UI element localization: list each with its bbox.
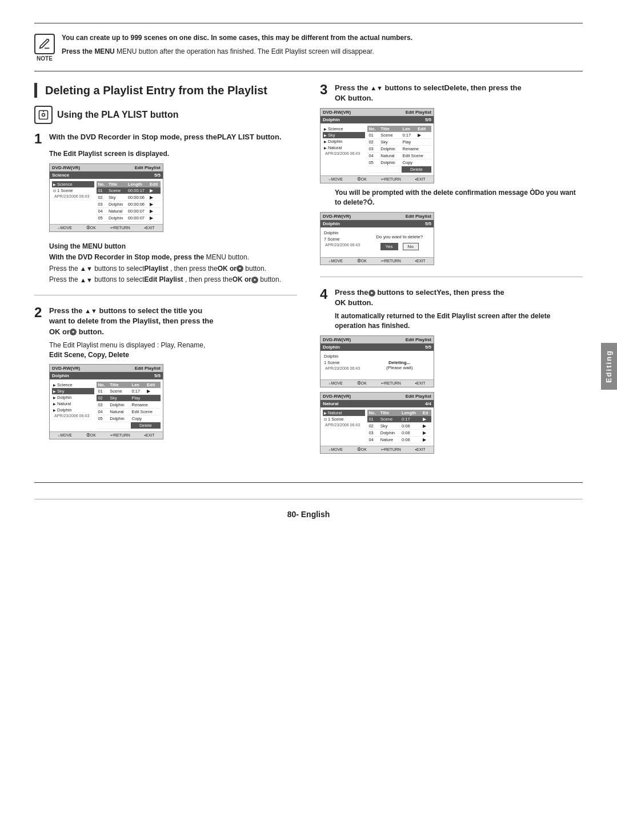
step-1: 1 With the DVD Recorder in Stop mode, pr…	[34, 132, 297, 232]
screen-step4b-body: ▶Natural ⊡1 Scene APR/23/2006 06:43 No.T…	[320, 407, 434, 446]
dialog-buttons: Yes No	[372, 243, 427, 250]
section-divider-1	[34, 295, 297, 295]
screen-dialog-date: APR/23/2006 06:43	[323, 242, 365, 247]
deleting-message: Deleting... (Please wait)	[367, 353, 431, 377]
yes-button[interactable]: Yes	[380, 243, 398, 250]
screen-step1-title: Science 5/5	[50, 171, 163, 179]
screen-step4b-date: APR/23/2006 06:43	[323, 422, 365, 427]
list-item: ▶Science	[323, 126, 365, 132]
list-item: ▶Natural	[323, 145, 365, 151]
screen-step2-left: ▶Science ▶Sky ▶Dolphin ▶Natural ▶Dolphin…	[52, 382, 94, 429]
screen-step2: DVD-RW(VR) Edit Playlist Dolphin 5/5 ▶Sc…	[49, 364, 163, 439]
screen-step1-header: DVD-RW(VR) Edit Playlist	[50, 164, 163, 171]
screen-step4a-right: Deleting... (Please wait)	[367, 353, 431, 377]
note-label: NOTE	[34, 55, 55, 62]
list-item: ⊡ 1 Scene	[52, 187, 94, 194]
menu-section-title: Using the MENU button	[49, 242, 297, 250]
step-2-desc: The Edit Playlist menu is displayed : Pl…	[49, 341, 297, 360]
screen-step4b-left: ▶Natural ⊡1 Scene APR/23/2006 06:43	[323, 410, 365, 443]
step-1-desc: The Edit Playlist screen is displayed.	[49, 149, 297, 159]
list-item: ▶Sky	[52, 388, 94, 394]
screen-step4a-header: DVD-RW(VR) Edit Playlist	[320, 336, 434, 343]
screen-step4a-left: Dolphin 1 Scene APR/23/2006 06:43	[323, 353, 365, 377]
top-divider	[34, 23, 583, 23]
step-3-title: Press the ▲▼ buttons to selectDelete, th…	[335, 83, 522, 103]
screen-step4a: DVD-RW(VR) Edit Playlist Dolphin 5/5 Dol…	[320, 335, 434, 387]
svg-point-1	[42, 114, 45, 117]
screen-dialog-title: Dolphin 5/5	[320, 220, 434, 227]
step-4-title: Press the● buttons to selectYes, then pr…	[335, 287, 504, 308]
screen-step2-footer: ⬦MOVE⦿OK↩RETURN▪EXIT	[50, 431, 163, 439]
step-4-desc: It automatically returned to the Edit Pl…	[335, 311, 583, 331]
screen-step2-header: DVD-RW(VR) Edit Playlist	[50, 365, 163, 372]
screen-step2-title: Dolphin 5/5	[50, 372, 163, 379]
screen-step1-table: No.TitleLengthEdit 01Scene00:00:17▶ 02Sk…	[97, 181, 161, 222]
screen-dialog-right: Do you want to delete? Yes No	[367, 230, 431, 255]
step-1-number: 1	[34, 132, 45, 146]
list-item: 7 Scene	[323, 236, 365, 242]
no-button[interactable]: No	[403, 243, 419, 250]
menu-item-row-3: Press the ▲▼ buttons to selectEdit Playl…	[49, 275, 297, 285]
note-box: NOTE You can create up to 999 scenes on …	[34, 33, 583, 71]
dialog-content: Do you want to delete? Yes No	[367, 230, 431, 255]
screen-step3-right: No.TitleLenEdit 01Scene0:17▶ 02SkyPlay 0…	[367, 126, 431, 173]
playlist-icon	[34, 106, 53, 124]
screen-step3-table: No.TitleLenEdit 01Scene0:17▶ 02SkyPlay 0…	[367, 126, 431, 173]
step-2-header: 2 Press the ▲▼ buttons to select the tit…	[34, 306, 297, 337]
screen-step1-left: ▶ Science ⊡ 1 Scene APR/23/2006 06:43	[52, 181, 94, 222]
list-item: ▶ Science	[52, 181, 94, 187]
screen-dialog-header: DVD-RW(VR) Edit Playlist	[320, 213, 434, 220]
step-4: 4 Press the● buttons to selectYes, then …	[320, 287, 583, 454]
screen-step4a-body: Dolphin 1 Scene APR/23/2006 06:43 Deleti…	[320, 351, 434, 379]
screen-step4a-date: APR/23/2006 06:43	[323, 366, 365, 371]
screen-step2-date: APR/23/2006 06:43	[52, 413, 94, 418]
screen-step1-footer: ⬦MOVE⦿OK↩RETURN▪EXIT	[50, 224, 163, 231]
list-item: ▶Science	[52, 382, 94, 388]
screen-step3-footer: ⬦MOVE⦿OK↩RETURN▪EXIT	[320, 175, 434, 183]
note-line2-text: MENU button after the operation has fini…	[117, 47, 374, 55]
page-container: Editing NOTE You can create up to 999 sc…	[0, 0, 617, 840]
screen-step4b-table: No.TitleLengthEd 01Scene0:17▶ 02Sky0:06▶…	[367, 410, 431, 443]
screen-step3-left: ▶Science ▶Sky ▶Dolphin ▶Natural APR/23/2…	[323, 126, 365, 173]
step-4-number: 4	[320, 287, 330, 301]
screen-step4b: DVD-RW(VR) Edit Playlist Natural 4/4 ▶Na…	[320, 392, 434, 454]
section-heading: Deleting a Playlist Entry from the Playl…	[34, 83, 297, 98]
menu-section: Using the MENU button With the DVD Recor…	[49, 242, 297, 285]
note-line2-prefix: Press the	[62, 47, 93, 55]
note-icon	[34, 34, 55, 54]
sub-heading-text: Using the PLA YLIST button	[57, 110, 178, 120]
step-3-info: You will be prompted with the delete con…	[335, 188, 583, 207]
step-2: 2 Press the ▲▼ buttons to select the tit…	[34, 306, 297, 439]
menu-item-row-2: Press the ▲▼ buttons to selectPlaylist ,…	[49, 264, 297, 274]
step-4-header: 4 Press the● buttons to selectYes, then …	[320, 287, 583, 308]
list-item: Dolphin	[323, 353, 365, 359]
bottom-divider	[34, 499, 583, 499]
list-item: ▶Dolphin	[323, 138, 365, 145]
step-3-number: 3	[320, 83, 330, 97]
screen-dialog-body: Dolphin 7 Scene APR/23/2006 06:43 Do you…	[320, 227, 434, 257]
screen-step3: DVD-RW(VR) Edit Playlist Dolphin 5/5 ▶Sc…	[320, 108, 434, 183]
list-item: ▶Dolphin	[52, 394, 94, 401]
page-number: 80- English	[287, 510, 330, 519]
screen-step1-body: ▶ Science ⊡ 1 Scene APR/23/2006 06:43	[50, 179, 163, 224]
bottom-bar: 80- English	[34, 482, 583, 519]
list-item: ⊡1 Scene	[323, 416, 365, 422]
sub-heading: Using the PLA YLIST button	[34, 106, 297, 124]
screen-dialog-footer: ⬦MOVE⦿OK↩RETURN▪EXIT	[320, 257, 434, 265]
step-1-title: With the DVD Recorder in Stop mode, pres…	[49, 132, 282, 142]
note-content: You can create up to 999 scenes on one d…	[62, 33, 412, 60]
screen-step4b-footer: ⬦MOVE⦿OK↩RETURN▪EXIT	[320, 446, 434, 453]
side-tab: Editing	[601, 343, 617, 390]
section-divider-2	[320, 277, 583, 277]
screen-step1-date: APR/23/2006 06:43	[52, 194, 94, 199]
step-1-header: 1 With the DVD Recorder in Stop mode, pr…	[34, 132, 297, 146]
list-item: ▶Sky	[323, 132, 365, 138]
screen-step2-right: No.TitleLenEdit 01Scene0:17▶ 02SkyPlay 0…	[97, 382, 161, 429]
note-line1: You can create up to 999 scenes on one d…	[62, 34, 412, 42]
screen-step3-dialog: DVD-RW(VR) Edit Playlist Dolphin 5/5 Dol…	[320, 212, 434, 265]
screen-step1-right: No.TitleLengthEdit 01Scene00:00:17▶ 02Sk…	[97, 181, 161, 222]
list-item: ▶Dolphin	[52, 407, 94, 413]
screen-step3-header: DVD-RW(VR) Edit Playlist	[320, 109, 434, 116]
list-item: ▶Natural	[323, 410, 365, 416]
list-item: 1 Scene	[323, 359, 365, 366]
